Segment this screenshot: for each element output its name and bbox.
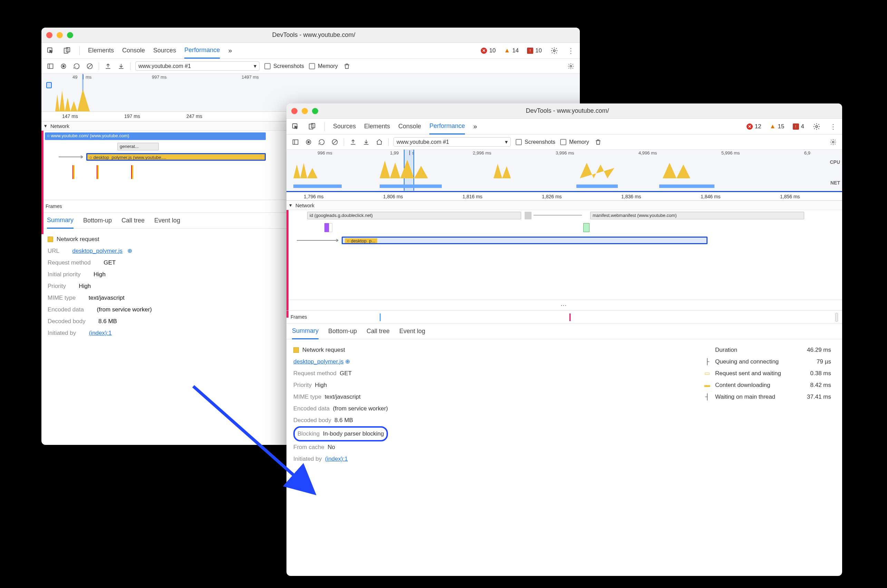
screenshots-checkbox[interactable]: Screenshots: [516, 139, 555, 145]
reload-icon[interactable]: [317, 138, 326, 146]
toggle-panel-icon[interactable]: [46, 62, 54, 70]
network-tracks[interactable]: id (googleads.g.doubleclick.net) manifes…: [286, 210, 842, 300]
close-icon[interactable]: [291, 108, 298, 114]
info-badge[interactable]: !10: [527, 47, 542, 54]
clear-icon[interactable]: [86, 62, 94, 70]
cpu-label: CPU: [830, 159, 840, 165]
initiator-link[interactable]: (index):1: [325, 456, 348, 462]
gear-icon[interactable]: [829, 138, 837, 146]
trash-icon[interactable]: [343, 62, 351, 70]
tab-elements[interactable]: Elements: [88, 43, 114, 58]
more-tabs[interactable]: »: [228, 46, 232, 54]
window-title: DevTools - www.youtube.com/: [73, 32, 554, 39]
tab-sources[interactable]: Sources: [333, 118, 356, 135]
warn-badge[interactable]: ▲14: [504, 47, 519, 54]
track-manifest[interactable]: manifest.webmanifest (www.youtube.com): [590, 212, 804, 219]
subtab-summary[interactable]: Summary: [47, 213, 74, 229]
detail-title: Network request: [57, 234, 99, 245]
minimize-icon[interactable]: [302, 108, 308, 114]
upload-icon[interactable]: [349, 138, 357, 146]
panel-tabs: Elements Console Sources Performance » ✕…: [41, 43, 580, 58]
initiator-link[interactable]: (index):1: [89, 327, 112, 339]
clear-icon[interactable]: [331, 138, 339, 146]
toggle-panel-icon[interactable]: [291, 138, 299, 146]
track-id[interactable]: id (googleads.g.doubleclick.net): [307, 212, 521, 219]
track-generate[interactable]: generat...: [117, 143, 159, 150]
error-badge[interactable]: ✕10: [481, 47, 496, 54]
memory-checkbox[interactable]: Memory: [309, 63, 338, 69]
copy-icon[interactable]: ⊕: [127, 245, 132, 257]
subtab-bottomup[interactable]: Bottom-up: [328, 324, 357, 339]
gear-icon[interactable]: [550, 46, 558, 55]
url-link[interactable]: desktop_polymer.js: [293, 358, 344, 365]
screenshots-checkbox[interactable]: Screenshots: [265, 63, 304, 69]
subtab-calltree[interactable]: Call tree: [367, 324, 390, 339]
reload-icon[interactable]: [72, 62, 81, 70]
recording-select[interactable]: www.youtube.com #1▾: [135, 62, 260, 71]
memory-checkbox[interactable]: Memory: [560, 139, 589, 145]
tab-performance[interactable]: Performance: [184, 43, 220, 58]
panel-tabs: Sources Elements Console Performance » ✕…: [286, 118, 842, 135]
svg-point-15: [308, 141, 310, 143]
record-icon[interactable]: [59, 62, 68, 70]
expand-dots[interactable]: ⋯: [286, 300, 842, 310]
overview-timeline[interactable]: 996 ms 1,99 s 2,996 ms 3,996 ms 4,996 ms…: [286, 150, 842, 191]
device-icon[interactable]: [308, 122, 316, 131]
perf-toolbar: www.youtube.com #1▾ Screenshots Memory: [286, 135, 842, 150]
record-icon[interactable]: [304, 138, 313, 146]
error-badge[interactable]: ✕12: [747, 123, 761, 130]
svg-point-6: [62, 65, 65, 67]
tab-performance[interactable]: Performance: [429, 118, 465, 135]
download-icon[interactable]: [362, 138, 370, 146]
kebab-icon[interactable]: ⋮: [567, 46, 575, 55]
maximize-icon[interactable]: [67, 32, 73, 38]
track-polymer[interactable]: ○ desktop_p...: [342, 237, 708, 244]
js-swatch-icon: [293, 347, 299, 353]
more-tabs[interactable]: »: [473, 122, 477, 130]
copy-icon[interactable]: ⊕: [345, 358, 350, 365]
tab-elements[interactable]: Elements: [364, 118, 390, 135]
svg-point-17: [833, 141, 834, 143]
network-label: Network: [50, 123, 69, 129]
svg-rect-13: [293, 140, 298, 144]
blocking-highlight: Blocking In-body parser blocking: [293, 426, 388, 441]
disclosure-icon[interactable]: ▾: [289, 202, 292, 208]
inspect-icon[interactable]: [291, 122, 299, 131]
device-icon[interactable]: [63, 46, 71, 55]
track-polymer[interactable]: ○ desktop_polymer.js (www.youtube....: [86, 153, 266, 161]
upload-icon[interactable]: [104, 62, 112, 70]
svg-point-8: [570, 65, 572, 67]
frames-bar[interactable]: Frames: [286, 310, 842, 324]
subtab-calltree[interactable]: Call tree: [122, 213, 144, 229]
gear-icon[interactable]: [567, 62, 575, 70]
subtab-eventlog[interactable]: Event log: [154, 213, 180, 229]
maximize-icon[interactable]: [312, 108, 318, 114]
recording-select[interactable]: www.youtube.com #1▾: [394, 137, 511, 147]
disclosure-icon[interactable]: ▾: [44, 123, 47, 129]
scrollbar-thumb[interactable]: [835, 313, 838, 322]
network-panel: ▾ Network id (googleads.g.doubleclick.ne…: [286, 201, 842, 310]
tab-sources[interactable]: Sources: [153, 43, 176, 58]
inspect-icon[interactable]: [46, 46, 54, 55]
tab-console[interactable]: Console: [122, 43, 145, 58]
svg-point-12: [816, 126, 818, 128]
download-icon[interactable]: [117, 62, 125, 70]
kebab-icon[interactable]: ⋮: [829, 122, 837, 131]
subtab-bottomup[interactable]: Bottom-up: [83, 213, 112, 229]
url-link[interactable]: desktop_polymer.js: [72, 245, 123, 257]
time-ruler[interactable]: 1,796 ms 1,806 ms 1,816 ms 1,826 ms 1,83…: [286, 191, 842, 201]
warn-badge[interactable]: ▲15: [770, 123, 785, 130]
close-icon[interactable]: [46, 32, 53, 38]
trash-icon[interactable]: [594, 138, 602, 146]
subtab-eventlog[interactable]: Event log: [399, 324, 425, 339]
tab-console[interactable]: Console: [398, 118, 421, 135]
network-label: Network: [295, 202, 314, 208]
home-icon[interactable]: [375, 138, 383, 146]
gear-icon[interactable]: [812, 122, 821, 131]
svg-point-3: [553, 50, 555, 52]
track-doc[interactable]: ○ www.youtube.com/ (www.youtube.com): [45, 132, 266, 140]
subtab-summary[interactable]: Summary: [292, 324, 319, 339]
info-badge[interactable]: !4: [793, 123, 804, 130]
svg-rect-4: [48, 64, 53, 68]
minimize-icon[interactable]: [57, 32, 63, 38]
